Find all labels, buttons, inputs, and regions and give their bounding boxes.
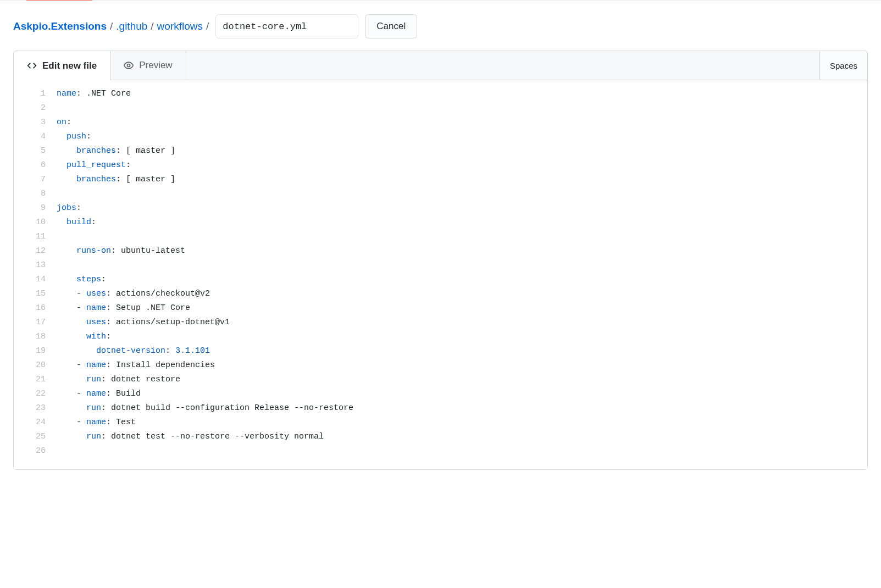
code-line[interactable]: run: dotnet test --no-restore --verbosit… — [57, 430, 858, 444]
line-number: 17 — [30, 315, 46, 330]
indent-mode-select[interactable]: Spaces — [819, 51, 867, 80]
line-number: 21 — [30, 373, 46, 387]
code-line[interactable]: push: — [57, 130, 858, 144]
code-line[interactable]: - uses: actions/checkout@v2 — [57, 287, 858, 301]
line-number: 5 — [30, 144, 46, 158]
breadcrumb-row: Askpio.Extensions / .github / workflows … — [13, 14, 868, 38]
line-number: 20 — [30, 358, 46, 373]
breadcrumb-repo-link[interactable]: Askpio.Extensions — [13, 20, 107, 32]
line-number: 22 — [30, 387, 46, 401]
line-number: 7 — [30, 173, 46, 187]
filename-input[interactable] — [215, 14, 358, 38]
line-number: 10 — [30, 215, 46, 230]
line-number: 8 — [30, 187, 46, 201]
breadcrumb-path-link[interactable]: workflows — [157, 20, 203, 32]
code-line[interactable]: runs-on: ubuntu-latest — [57, 244, 858, 258]
code-line[interactable] — [57, 101, 858, 115]
top-tab-indicator — [0, 0, 881, 1]
breadcrumb-separator: / — [110, 20, 113, 32]
tab-edit-file[interactable]: Edit new file — [14, 51, 110, 80]
line-number: 13 — [30, 258, 46, 273]
code-line[interactable] — [57, 258, 858, 273]
line-number: 9 — [30, 201, 46, 215]
line-number: 26 — [30, 444, 46, 458]
code-line[interactable]: on: — [57, 115, 858, 130]
breadcrumb: Askpio.Extensions / .github / workflows … — [13, 20, 209, 32]
code-line[interactable]: run: dotnet build --configuration Releas… — [57, 401, 858, 415]
line-number: 24 — [30, 415, 46, 430]
code-line[interactable]: pull_request: — [57, 158, 858, 173]
breadcrumb-separator: / — [151, 20, 153, 32]
code-line[interactable]: jobs: — [57, 201, 858, 215]
line-number: 25 — [30, 430, 46, 444]
code-line[interactable]: uses: actions/setup-dotnet@v1 — [57, 315, 858, 330]
line-number: 16 — [30, 301, 46, 315]
code-line[interactable]: branches: [ master ] — [57, 173, 858, 187]
eye-icon — [124, 60, 134, 70]
indent-mode-label: Spaces — [830, 61, 857, 70]
code-content[interactable]: name: .NET Core on: push: branches: [ ma… — [57, 87, 867, 458]
line-number: 2 — [30, 101, 46, 115]
tab-preview[interactable]: Preview — [110, 51, 186, 80]
code-line[interactable]: run: dotnet restore — [57, 373, 858, 387]
code-line[interactable]: build: — [57, 215, 858, 230]
breadcrumb-separator: / — [206, 20, 209, 32]
code-line[interactable] — [57, 187, 858, 201]
code-line[interactable]: branches: [ master ] — [57, 144, 858, 158]
editor-panel: Edit new file Preview Spaces 12345678910… — [13, 51, 868, 470]
line-number: 6 — [30, 158, 46, 173]
line-number: 23 — [30, 401, 46, 415]
editor-tabs: Edit new file Preview Spaces — [14, 51, 867, 80]
line-number: 3 — [30, 115, 46, 130]
line-number: 12 — [30, 244, 46, 258]
line-number: 18 — [30, 330, 46, 344]
code-line[interactable]: - name: Install dependencies — [57, 358, 858, 373]
code-line[interactable] — [57, 444, 858, 458]
code-line[interactable]: - name: Test — [57, 415, 858, 430]
cancel-button[interactable]: Cancel — [365, 14, 417, 38]
breadcrumb-path-link[interactable]: .github — [116, 20, 147, 32]
line-number: 11 — [30, 230, 46, 244]
tab-label: Edit new file — [42, 60, 97, 71]
code-icon — [27, 61, 37, 71]
line-number: 15 — [30, 287, 46, 301]
code-line[interactable]: dotnet-version: 3.1.101 — [57, 344, 858, 358]
line-number: 14 — [30, 273, 46, 287]
code-line[interactable]: - name: Setup .NET Core — [57, 301, 858, 315]
code-line[interactable]: steps: — [57, 273, 858, 287]
code-line[interactable]: - name: Build — [57, 387, 858, 401]
line-number: 1 — [30, 87, 46, 101]
code-line[interactable] — [57, 230, 858, 244]
line-number-gutter: 1234567891011121314151617181920212223242… — [14, 87, 57, 458]
line-number: 4 — [30, 130, 46, 144]
code-editor[interactable]: 1234567891011121314151617181920212223242… — [14, 80, 867, 469]
code-line[interactable]: name: .NET Core — [57, 87, 858, 101]
line-number: 19 — [30, 344, 46, 358]
code-line[interactable]: with: — [57, 330, 858, 344]
tab-label: Preview — [139, 60, 172, 71]
